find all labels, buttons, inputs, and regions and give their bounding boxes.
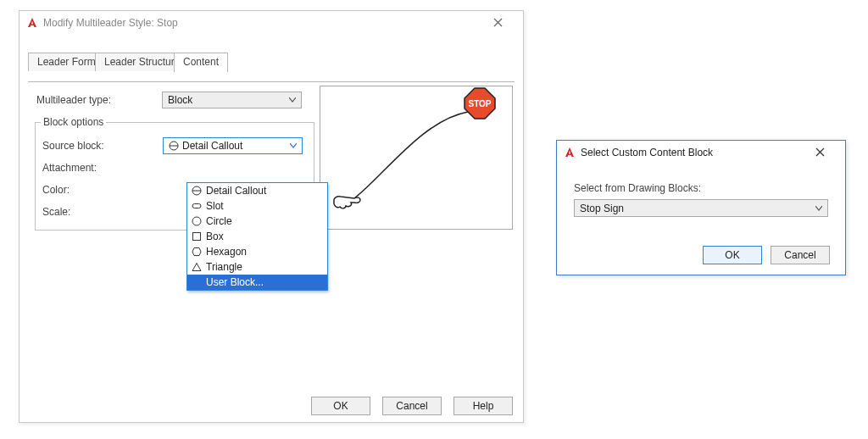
ok-button[interactable]: OK <box>703 246 762 264</box>
block-options-group: Block options Source block: Detail Callo… <box>35 116 314 231</box>
dialog-body: Select from Drawing Blocks: Stop Sign <box>557 164 845 217</box>
dropdown-item-label: Detail Callout <box>206 185 266 197</box>
dropdown-item-box[interactable]: Box <box>187 229 327 244</box>
row-attachment: Attachment: <box>41 157 309 179</box>
preview-svg: STOP <box>320 86 512 229</box>
dropdown-item-user-block[interactable]: User Block... <box>187 275 327 290</box>
modify-multileader-dialog: Modify Multileader Style: Stop Leader Fo… <box>19 10 524 423</box>
dropdown-item-label: Hexagon <box>206 246 247 258</box>
tab-content[interactable]: Content <box>174 53 228 72</box>
chevron-down-icon <box>287 140 299 152</box>
tab-row: Leader Format Leader Structure Content <box>28 53 515 72</box>
detail-callout-icon <box>169 141 179 151</box>
dropdown-item-label: Box <box>206 231 224 242</box>
blank-icon <box>191 276 203 288</box>
content-panel: Multileader type: Block Block options So… <box>28 82 515 388</box>
ok-button[interactable]: OK <box>311 397 370 415</box>
scale-label: Scale: <box>41 206 163 218</box>
svg-text:STOP: STOP <box>468 99 491 108</box>
source-block-label: Source block: <box>41 140 163 152</box>
button-row: OK Cancel Help <box>311 397 513 415</box>
hexagon-icon <box>191 246 203 258</box>
dropdown-item-label: Circle <box>206 215 232 227</box>
source-block-combo[interactable]: Detail Callout <box>163 137 303 154</box>
titlebar[interactable]: Select Custom Content Block <box>557 141 845 164</box>
slot-icon <box>191 200 203 212</box>
titlebar[interactable]: Modify Multileader Style: Stop <box>19 11 523 34</box>
multileader-type-combo[interactable]: Block <box>162 92 302 108</box>
select-custom-block-dialog: Select Custom Content Block Select from … <box>556 140 846 275</box>
triangle-icon <box>191 261 203 273</box>
dropdown-item-detail-callout[interactable]: Detail Callout <box>187 183 327 198</box>
chevron-down-icon <box>287 94 298 106</box>
form-column: Multileader type: Block Block options So… <box>35 89 314 231</box>
row-multileader-type: Multileader type: Block <box>35 89 314 111</box>
svg-point-5 <box>192 217 201 225</box>
color-label: Color: <box>41 184 163 196</box>
help-button[interactable]: Help <box>453 397 513 415</box>
drawing-blocks-value: Stop Sign <box>580 203 624 214</box>
dropdown-item-triangle[interactable]: Triangle <box>187 259 327 275</box>
button-row: OK Cancel <box>703 246 830 264</box>
dropdown-item-label: Slot <box>206 200 224 212</box>
cancel-button[interactable]: Cancel <box>771 246 830 264</box>
chevron-down-icon <box>813 203 825 214</box>
detail-callout-icon <box>191 185 203 197</box>
dialog-title: Modify Multileader Style: Stop <box>43 17 474 29</box>
app-icon <box>26 17 38 29</box>
multileader-type-label: Multileader type: <box>35 94 162 106</box>
source-block-dropdown[interactable]: Detail Callout Slot Circle Box <box>186 182 328 291</box>
svg-marker-8 <box>192 264 201 271</box>
block-options-legend: Block options <box>41 116 106 128</box>
close-icon[interactable] <box>479 11 516 34</box>
box-icon <box>191 231 203 242</box>
attachment-label: Attachment: <box>41 162 163 174</box>
circle-icon <box>191 215 203 227</box>
multileader-type-value: Block <box>168 94 192 106</box>
dropdown-item-slot[interactable]: Slot <box>187 198 327 214</box>
select-prompt: Select from Drawing Blocks: <box>574 182 828 194</box>
preview-pane: STOP <box>320 86 513 230</box>
row-source-block: Source block: Detail Callout <box>41 135 309 157</box>
svg-rect-4 <box>192 204 201 208</box>
dialog-title: Select Custom Content Block <box>581 147 796 158</box>
close-icon[interactable] <box>801 141 838 164</box>
app-icon <box>564 147 576 158</box>
dropdown-item-label: Triangle <box>206 261 242 273</box>
cancel-button[interactable]: Cancel <box>382 397 442 415</box>
dropdown-item-circle[interactable]: Circle <box>187 214 327 229</box>
svg-marker-7 <box>192 248 201 256</box>
dropdown-item-label: User Block... <box>206 276 264 288</box>
dropdown-item-hexagon[interactable]: Hexagon <box>187 244 327 259</box>
svg-rect-6 <box>193 233 201 241</box>
source-block-value: Detail Callout <box>182 140 242 152</box>
drawing-blocks-combo[interactable]: Stop Sign <box>574 199 828 217</box>
